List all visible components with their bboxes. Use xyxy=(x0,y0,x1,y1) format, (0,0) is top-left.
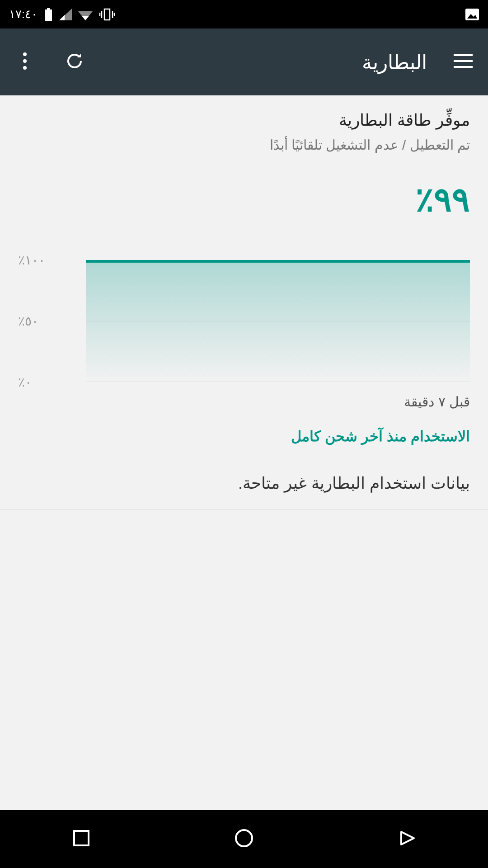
app-bar: البطارية xyxy=(0,28,488,95)
nav-home-button[interactable] xyxy=(226,821,262,857)
svg-rect-14 xyxy=(454,60,473,62)
battery-icon xyxy=(44,8,53,21)
content-area: موفِّر طاقة البطارية تم التعطيل / عدم ال… xyxy=(0,95,488,810)
svg-rect-19 xyxy=(74,831,89,845)
battery-percent-row[interactable]: ٩٩٪ xyxy=(0,168,488,233)
svg-point-16 xyxy=(23,52,27,56)
vibrate-icon xyxy=(99,8,115,21)
svg-point-17 xyxy=(23,59,27,63)
chart-plot-area xyxy=(86,260,470,382)
svg-rect-0 xyxy=(45,9,52,21)
battery-saver-row[interactable]: موفِّر طاقة البطارية تم التعطيل / عدم ال… xyxy=(0,95,488,168)
svg-rect-6 xyxy=(104,9,110,20)
refresh-button[interactable] xyxy=(61,48,88,75)
battery-chart[interactable]: ٪١٠٠ ٪٥٠ ٪٠ xyxy=(0,233,488,386)
y-axis-label-100: ٪١٠٠ xyxy=(18,252,45,267)
square-icon xyxy=(72,829,90,849)
overflow-button[interactable] xyxy=(11,48,38,75)
navigation-bar xyxy=(0,810,488,868)
nav-back-button[interactable] xyxy=(389,821,425,857)
refresh-icon xyxy=(65,51,84,73)
battery-saver-subtitle: تم التعطيل / عدم التشغيل تلقائيًا أبدًا xyxy=(18,134,470,156)
circle-icon xyxy=(234,828,254,850)
svg-marker-5 xyxy=(82,16,89,20)
hamburger-icon xyxy=(454,54,473,70)
battery-percent-subtitle xyxy=(18,220,470,233)
usage-heading: الاستخدام منذ آخر شحن كامل xyxy=(0,410,488,449)
svg-marker-3 xyxy=(59,15,65,20)
svg-rect-11 xyxy=(465,9,479,20)
chart-time-label: قبل ٧ دقيقة xyxy=(0,386,488,410)
svg-marker-21 xyxy=(401,832,414,844)
triangle-back-icon xyxy=(397,828,417,850)
y-axis-label-0: ٪٠ xyxy=(18,374,32,389)
svg-point-20 xyxy=(236,830,252,846)
status-time: ١٧:٤٠ xyxy=(9,7,38,21)
wifi-icon xyxy=(78,9,93,20)
picture-icon xyxy=(465,9,479,20)
status-bar: ١٧:٤٠ xyxy=(0,0,488,28)
svg-rect-1 xyxy=(47,8,50,9)
svg-point-18 xyxy=(23,66,27,70)
usage-no-data-text: بيانات استخدام البطارية غير متاحة. xyxy=(0,449,488,509)
battery-saver-title: موفِّر طاقة البطارية xyxy=(18,108,470,132)
svg-rect-15 xyxy=(454,66,473,68)
page-title: البطارية xyxy=(362,51,427,74)
cell-signal-icon xyxy=(59,9,72,20)
more-vert-icon xyxy=(23,52,27,72)
nav-recent-button[interactable] xyxy=(63,821,99,857)
y-axis-label-50: ٪٥٠ xyxy=(18,313,38,328)
svg-rect-13 xyxy=(454,54,473,56)
battery-level-fill xyxy=(86,263,470,382)
battery-percent-value: ٩٩٪ xyxy=(18,180,470,220)
menu-button[interactable] xyxy=(450,48,477,75)
